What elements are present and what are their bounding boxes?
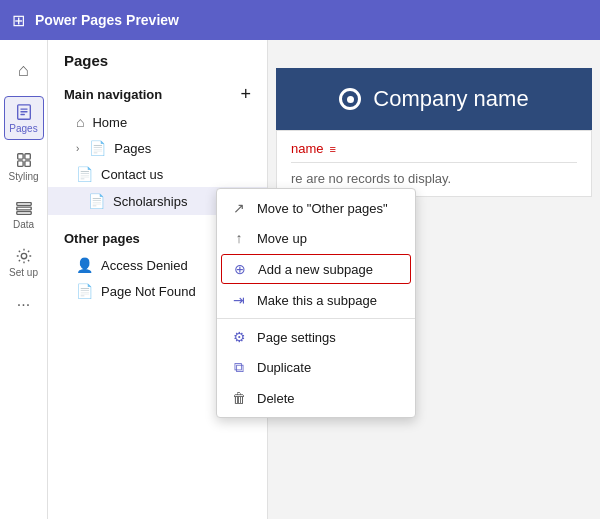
pages-chevron-icon: › xyxy=(76,143,79,154)
nav-contact-label: Contact us xyxy=(101,167,163,182)
more-options-icon[interactable]: ··· xyxy=(17,296,30,314)
svg-rect-7 xyxy=(24,160,29,165)
other-page-not-found-label: Page Not Found xyxy=(101,284,196,299)
table-area: name ≡ re are no records to display. xyxy=(276,130,592,197)
add-page-button[interactable]: + xyxy=(240,85,251,103)
access-denied-icon: 👤 xyxy=(76,257,93,273)
svg-rect-6 xyxy=(17,160,22,165)
svg-rect-4 xyxy=(17,153,22,158)
sidebar-data-label: Data xyxy=(13,219,34,230)
ctx-make-subpage[interactable]: ⇥ Make this a subpage xyxy=(217,285,415,315)
move-other-icon: ↗ xyxy=(231,200,247,216)
make-subpage-icon: ⇥ xyxy=(231,292,247,308)
sidebar-item-styling[interactable]: Styling xyxy=(4,144,44,188)
sidebar-item-setup[interactable]: Set up xyxy=(4,240,44,284)
duplicate-icon: ⧉ xyxy=(231,359,247,376)
styling-icon xyxy=(15,151,33,169)
delete-icon: 🗑 xyxy=(231,390,247,406)
nav-item-home[interactable]: ⌂ Home xyxy=(48,109,267,135)
pages-panel: Pages Main navigation + ⌂ Home › 📄 Pages… xyxy=(48,40,268,519)
contact-page-icon: 📄 xyxy=(76,166,93,182)
ctx-make-subpage-label: Make this a subpage xyxy=(257,293,377,308)
ctx-page-settings[interactable]: ⚙ Page settings xyxy=(217,322,415,352)
ctx-move-other-label: Move to "Other pages" xyxy=(257,201,388,216)
pages-panel-title: Pages xyxy=(48,52,267,79)
sidebar-item-pages[interactable]: Pages xyxy=(4,96,44,140)
move-up-icon: ↑ xyxy=(231,230,247,246)
sidebar-pages-label: Pages xyxy=(9,123,37,134)
svg-rect-1 xyxy=(20,108,27,109)
context-menu: ↗ Move to "Other pages" ↑ Move up ⊕ Add … xyxy=(216,188,416,418)
data-icon xyxy=(15,199,33,217)
main-nav-section: Main navigation + xyxy=(48,79,267,109)
ctx-separator xyxy=(217,318,415,319)
main-nav-label: Main navigation xyxy=(64,87,162,102)
svg-rect-10 xyxy=(16,211,30,214)
setup-icon xyxy=(15,247,33,265)
company-banner: Company name xyxy=(276,68,592,130)
pages-icon xyxy=(15,103,33,121)
ctx-delete[interactable]: 🗑 Delete xyxy=(217,383,415,413)
col-sort-icon[interactable]: ≡ xyxy=(330,143,336,155)
company-logo-icon xyxy=(339,88,361,110)
nav-item-pages[interactable]: › 📄 Pages xyxy=(48,135,267,161)
ctx-duplicate[interactable]: ⧉ Duplicate xyxy=(217,352,415,383)
ctx-move-other[interactable]: ↗ Move to "Other pages" xyxy=(217,193,415,223)
svg-rect-5 xyxy=(24,153,29,158)
other-access-denied-label: Access Denied xyxy=(101,258,188,273)
sidebar-item-data[interactable]: Data xyxy=(4,192,44,236)
ctx-add-subpage-label: Add a new subpage xyxy=(258,262,373,277)
ctx-add-subpage[interactable]: ⊕ Add a new subpage xyxy=(221,254,411,284)
nav-scholarships-label: Scholarships xyxy=(113,194,187,209)
topbar: ⊞ Power Pages Preview xyxy=(0,0,600,40)
page-not-found-icon: 📄 xyxy=(76,283,93,299)
col-name-label: name xyxy=(291,141,324,156)
company-logo-dot xyxy=(347,96,354,103)
sidebar-styling-label: Styling xyxy=(8,171,38,182)
scholarships-page-icon: 📄 xyxy=(88,193,105,209)
sidebar-item-home[interactable]: ⌂ xyxy=(4,48,44,92)
ctx-page-settings-label: Page settings xyxy=(257,330,336,345)
ctx-move-up-label: Move up xyxy=(257,231,307,246)
table-header: name ≡ xyxy=(291,141,577,163)
add-subpage-icon: ⊕ xyxy=(232,261,248,277)
nav-pages-label: Pages xyxy=(114,141,151,156)
icon-sidebar: ⌂ Pages Styling xyxy=(0,40,48,519)
sidebar-setup-label: Set up xyxy=(9,267,38,278)
ctx-move-up[interactable]: ↑ Move up xyxy=(217,223,415,253)
main-layout: ⌂ Pages Styling xyxy=(0,40,600,519)
page-settings-icon: ⚙ xyxy=(231,329,247,345)
svg-rect-8 xyxy=(16,202,30,205)
ctx-duplicate-label: Duplicate xyxy=(257,360,311,375)
ctx-delete-label: Delete xyxy=(257,391,295,406)
svg-rect-9 xyxy=(16,207,30,210)
company-name-label: Company name xyxy=(373,86,528,112)
home-page-icon: ⌂ xyxy=(76,114,84,130)
no-records-text: re are no records to display. xyxy=(291,163,577,186)
pages-page-icon: 📄 xyxy=(89,140,106,156)
svg-rect-3 xyxy=(20,113,25,114)
svg-point-11 xyxy=(21,253,26,258)
svg-rect-2 xyxy=(20,111,27,112)
nav-home-label: Home xyxy=(92,115,127,130)
app-title: Power Pages Preview xyxy=(35,12,179,28)
grid-icon: ⊞ xyxy=(12,11,25,30)
nav-item-contact[interactable]: 📄 Contact us xyxy=(48,161,267,187)
